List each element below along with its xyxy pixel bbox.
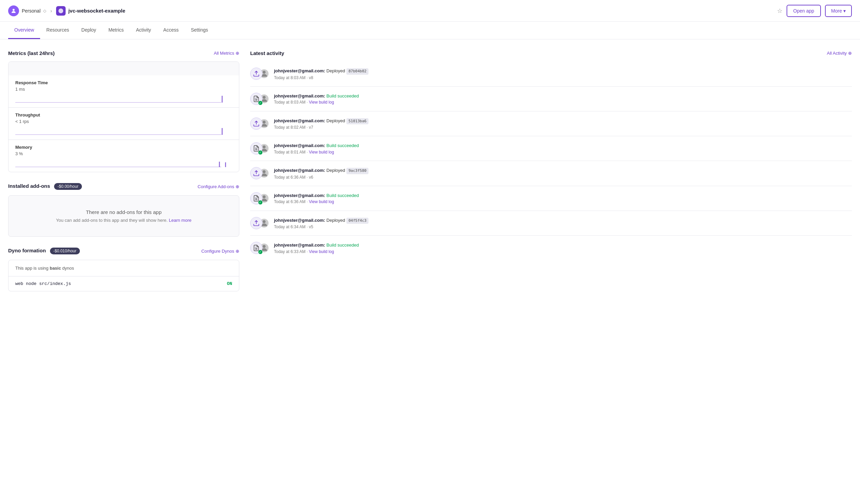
activity-main-icon: ✓: [250, 242, 262, 254]
dyno-status: ON: [227, 281, 232, 286]
dyno-title: Dyno formation: [8, 248, 46, 253]
configure-addons-link[interactable]: Configure Add-ons ⊕: [198, 184, 239, 189]
view-build-log-link[interactable]: View build log: [309, 199, 334, 204]
activity-header: Latest activity All Activity ⊕: [250, 50, 852, 56]
view-build-log-link[interactable]: View build log: [309, 100, 334, 105]
activity-item-0: johnjvester@gmail.com: Deployed87b04b02 …: [250, 61, 852, 87]
activity-item-7: ✓ johnjvester@gmail.com: Build succeeded…: [250, 236, 852, 260]
metric-label-memory: Memory: [15, 145, 232, 150]
activity-body: johnjvester@gmail.com: Build succeeded T…: [274, 142, 852, 154]
build-success-icon: ✓: [258, 250, 263, 254]
topbar: Personal ◇ › jvc-websocket-example ☆ Ope…: [0, 0, 860, 22]
activity-item-4: johnjvester@gmail.com: Deployed9ac3f580 …: [250, 161, 852, 186]
activity-main-icon: ✓: [250, 93, 262, 105]
topbar-left: Personal ◇ › jvc-websocket-example: [8, 5, 126, 16]
activity-feed: johnjvester@gmail.com: Deployed87b04b02 …: [250, 61, 852, 260]
metric-chart-memory: [15, 159, 232, 167]
activity-text: johnjvester@gmail.com: Build succeeded: [274, 142, 852, 149]
activity-meta: Today at 8:03 AM · View build log: [274, 100, 852, 105]
app-icon: [56, 6, 66, 16]
all-metrics-link[interactable]: All Metrics ⊕: [214, 50, 239, 56]
dyno-title-group: Dyno formation -$0.010/hour: [8, 248, 80, 254]
activity-text: johnjvester@gmail.com: Build succeeded: [274, 192, 852, 199]
activity-text: johnjvester@gmail.com: Deployed87b04b02: [274, 68, 852, 75]
metrics-header: Metrics (last 24hrs) All Metrics ⊕: [8, 50, 239, 56]
activity-body: johnjvester@gmail.com: Build succeeded T…: [274, 93, 852, 105]
activity-icon-group: [250, 167, 269, 179]
activity-item-6: johnjvester@gmail.com: Deployed04f5f4c3 …: [250, 211, 852, 236]
svg-point-17: [263, 220, 266, 223]
activity-time: Today at 8:02 AM: [274, 125, 305, 130]
activity-item-1: ✓ johnjvester@gmail.com: Build succeeded…: [250, 87, 852, 112]
configure-dynos-link[interactable]: Configure Dynos ⊕: [201, 249, 239, 254]
activity-time: Today at 6:36 AM: [274, 199, 305, 204]
addons-title: Installed add-ons: [8, 183, 50, 189]
activity-main-icon: ✓: [250, 142, 262, 154]
dyno-cost-badge: -$0.010/hour: [50, 248, 80, 254]
metric-chart-response: [15, 94, 232, 103]
activity-email: johnjvester@gmail.com:: [274, 143, 325, 148]
build-success-icon: ✓: [258, 150, 263, 155]
metric-value-memory: 3 %: [15, 151, 232, 156]
all-activity-link[interactable]: All Activity ⊕: [827, 50, 852, 56]
activity-text: johnjvester@gmail.com: Deployed04f5f4c3: [274, 217, 852, 224]
metric-value-throughput: < 1 rps: [15, 119, 232, 124]
svg-point-5: [263, 96, 266, 99]
activity-email: johnjvester@gmail.com:: [274, 193, 325, 198]
build-success-icon: ✓: [258, 101, 263, 105]
metrics-chart-area: [9, 62, 239, 75]
svg-point-2: [263, 71, 266, 74]
activity-meta: Today at 6:33 AM · View build log: [274, 249, 852, 254]
tab-overview[interactable]: Overview: [8, 22, 40, 39]
svg-point-7: [263, 121, 266, 124]
activity-time: Today at 6:36 AM: [274, 175, 305, 180]
addons-section: Installed add-ons -$0.00/hour Configure …: [8, 183, 239, 237]
breadcrumb-separator: ›: [50, 8, 52, 14]
tab-activity[interactable]: Activity: [130, 22, 157, 39]
nav-tabs: Overview Resources Deploy Metrics Activi…: [0, 22, 860, 40]
dyno-section: Dyno formation -$0.010/hour Configure Dy…: [8, 248, 239, 292]
activity-icon-group: [250, 118, 269, 130]
activity-body: johnjvester@gmail.com: Deployed04f5f4c3 …: [274, 217, 852, 229]
activity-main-icon: ✓: [250, 192, 262, 205]
left-panel: Metrics (last 24hrs) All Metrics ⊕ Respo…: [8, 50, 239, 292]
tab-deploy[interactable]: Deploy: [75, 22, 102, 39]
account-chevron-icon: ◇: [43, 9, 46, 13]
activity-time: Today at 6:33 AM: [274, 249, 305, 254]
svg-point-10: [263, 145, 266, 148]
dyno-header: Dyno formation -$0.010/hour Configure Dy…: [8, 248, 239, 254]
tab-access[interactable]: Access: [157, 22, 185, 39]
tab-resources[interactable]: Resources: [40, 22, 75, 39]
view-build-log-link[interactable]: View build log: [309, 150, 334, 154]
tab-settings[interactable]: Settings: [185, 22, 214, 39]
metric-value-response: 1 ms: [15, 87, 232, 92]
addons-empty-title: There are no add-ons for this app: [15, 209, 232, 215]
activity-email: johnjvester@gmail.com:: [274, 118, 325, 123]
activity-icon-group: ✓: [250, 192, 269, 205]
learn-more-link[interactable]: Learn more: [169, 218, 191, 223]
activity-body: johnjvester@gmail.com: Build succeeded T…: [274, 192, 852, 205]
view-build-log-link[interactable]: View build log: [309, 249, 334, 254]
activity-body: johnjvester@gmail.com: Deployed87b04b02 …: [274, 68, 852, 80]
activity-body: johnjvester@gmail.com: Deployed51013ba6 …: [274, 118, 852, 130]
tab-metrics[interactable]: Metrics: [102, 22, 130, 39]
activity-title: Latest activity: [250, 50, 284, 56]
activity-icon-group: ✓: [250, 93, 269, 105]
more-button[interactable]: More ▾: [825, 5, 852, 17]
more-label: More: [831, 8, 842, 14]
activity-icon-group: [250, 68, 269, 80]
dyno-card: This app is using basic dynos web node s…: [8, 260, 239, 292]
favorite-button[interactable]: ☆: [777, 7, 783, 15]
metric-label-response: Response Time: [15, 80, 232, 85]
activity-email: johnjvester@gmail.com:: [274, 168, 325, 173]
activity-main-icon: [250, 118, 262, 130]
external-link-icon: ⊕: [235, 50, 239, 56]
account-label[interactable]: Personal: [22, 8, 41, 14]
activity-body: johnjvester@gmail.com: Deployed9ac3f580 …: [274, 167, 852, 180]
open-app-button[interactable]: Open app: [787, 5, 821, 17]
svg-point-20: [263, 245, 266, 248]
activity-text: johnjvester@gmail.com: Deployed9ac3f580: [274, 167, 852, 174]
app-name[interactable]: jvc-websocket-example: [68, 8, 126, 14]
right-panel: Latest activity All Activity ⊕ johnjvest…: [250, 50, 852, 292]
metrics-title: Metrics (last 24hrs): [8, 50, 55, 56]
